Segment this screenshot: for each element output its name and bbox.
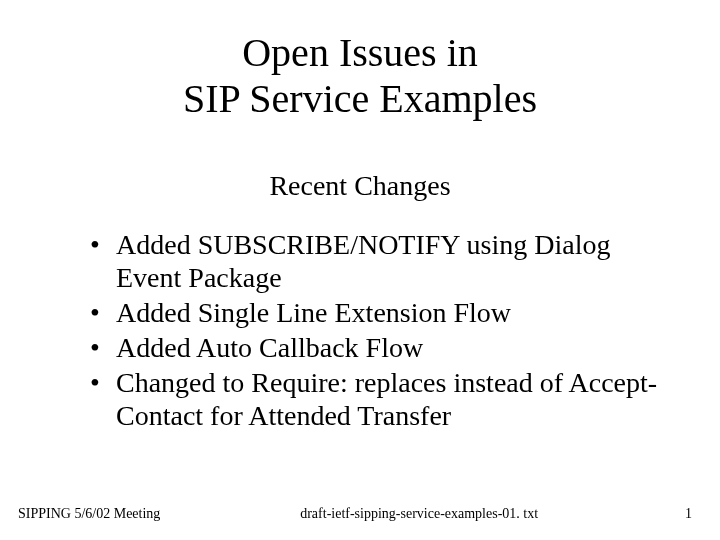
slide-footer: SIPPING 5/6/02 Meeting draft-ietf-sippin… <box>0 506 720 522</box>
slide: Open Issues in SIP Service Examples Rece… <box>0 0 720 540</box>
list-item: Added SUBSCRIBE/NOTIFY using Dialog Even… <box>90 228 660 294</box>
bullet-text: Added SUBSCRIBE/NOTIFY using Dialog Even… <box>116 229 610 293</box>
slide-title: Open Issues in SIP Service Examples <box>60 30 660 122</box>
bullet-text: Added Single Line Extension Flow <box>116 297 511 328</box>
bullet-text: Added Auto Callback Flow <box>116 332 423 363</box>
list-item: Changed to Require: replaces instead of … <box>90 366 660 432</box>
footer-page-number: 1 <box>668 506 692 522</box>
slide-subtitle: Recent Changes <box>60 170 660 202</box>
title-line-2: SIP Service Examples <box>183 76 537 121</box>
list-item: Added Auto Callback Flow <box>90 331 660 364</box>
bullet-text: Changed to Require: replaces instead of … <box>116 367 657 431</box>
footer-left: SIPPING 5/6/02 Meeting <box>18 506 160 522</box>
list-item: Added Single Line Extension Flow <box>90 296 660 329</box>
title-line-1: Open Issues in <box>242 30 478 75</box>
bullet-list: Added SUBSCRIBE/NOTIFY using Dialog Even… <box>60 228 660 432</box>
footer-center: draft-ietf-sipping-service-examples-01. … <box>160 506 668 522</box>
